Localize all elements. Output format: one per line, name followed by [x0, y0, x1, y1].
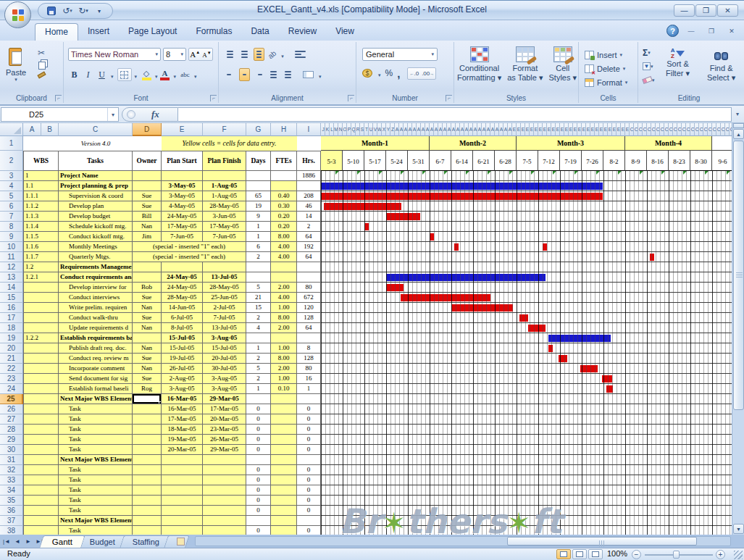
- cell-ft-18[interactable]: 2.00: [271, 323, 297, 333]
- cell-fn-28[interactable]: 23-Mar-05: [203, 425, 246, 435]
- cell-owner-35[interactable]: [133, 496, 162, 506]
- comma-style-button[interactable]: ,: [397, 67, 400, 80]
- cell-hr-18[interactable]: 64: [297, 323, 321, 333]
- select-all-corner[interactable]: [0, 123, 23, 136]
- row-header-16[interactable]: 16: [0, 303, 23, 313]
- cell-dy-15[interactable]: 21: [246, 293, 271, 303]
- gantt-row-21[interactable]: [321, 354, 732, 364]
- insert-worksheet-tab[interactable]: [164, 535, 190, 548]
- formula-bar-expand-icon[interactable]: ▾: [732, 109, 743, 120]
- cell-st-30[interactable]: 20-Mar-05: [162, 445, 203, 455]
- cell-task-35[interactable]: Task: [59, 496, 133, 506]
- cell-hr-27[interactable]: 0: [297, 414, 321, 425]
- cell-task-6[interactable]: Develop plan: [59, 201, 133, 212]
- grow-font-button[interactable]: A▲: [190, 50, 200, 59]
- cell-st-34[interactable]: [162, 485, 203, 496]
- tab-view[interactable]: View: [326, 23, 364, 41]
- cell-dy-32[interactable]: 0: [246, 465, 271, 475]
- gantt-row-32[interactable]: [321, 465, 732, 475]
- name-box-dropdown-icon[interactable]: ▾: [107, 108, 118, 121]
- cell-ft-28[interactable]: [271, 425, 297, 435]
- cell-task-32[interactable]: Task: [59, 465, 133, 475]
- cell-dy-6[interactable]: 19: [246, 201, 271, 212]
- cell-dy-25[interactable]: [246, 394, 271, 404]
- cell-wbs-11[interactable]: 1.1.7: [23, 252, 59, 262]
- cell-owner-8[interactable]: Nan: [133, 222, 162, 232]
- cell-st-35[interactable]: [162, 496, 203, 506]
- align-bottom-icon[interactable]: [254, 48, 264, 61]
- cell-st-36[interactable]: [162, 506, 203, 516]
- cell-owner-28[interactable]: [133, 425, 162, 435]
- cell-ft-35[interactable]: [271, 496, 297, 506]
- column-header-C[interactable]: C: [59, 123, 133, 136]
- cell-st-12[interactable]: [162, 262, 203, 272]
- cell-fn-15[interactable]: 25-Jun-05: [203, 293, 246, 303]
- cell-owner-5[interactable]: Sue: [133, 191, 162, 201]
- align-top-icon[interactable]: [225, 49, 235, 60]
- cell-owner-31[interactable]: [133, 455, 162, 465]
- cell-dy-12[interactable]: [246, 262, 271, 272]
- cell-wbs-17[interactable]: [23, 313, 59, 323]
- cell-hr-4[interactable]: [297, 181, 321, 191]
- cell-task-18[interactable]: Update requirements d: [59, 323, 133, 333]
- cell-st-6[interactable]: 4-May-05: [162, 201, 203, 212]
- row-header-25[interactable]: 25: [0, 394, 23, 404]
- cell-wbs-3[interactable]: 1: [23, 171, 59, 181]
- cell-dy-14[interactable]: 5: [246, 283, 271, 293]
- minimize-button[interactable]: —: [674, 4, 695, 17]
- cell-hr-9[interactable]: 64: [297, 232, 321, 242]
- cell-owner-20[interactable]: Nan: [133, 343, 162, 354]
- column-header-F[interactable]: F: [203, 123, 246, 136]
- cell-wbs-9[interactable]: 1.1.5: [23, 232, 59, 242]
- cell-owner-13[interactable]: [133, 272, 162, 283]
- cell-hr-13[interactable]: [297, 272, 321, 283]
- borders-button[interactable]: [117, 68, 132, 81]
- cell-ft-22[interactable]: 2.00: [271, 364, 297, 374]
- cell-st-5[interactable]: 3-May-05: [162, 191, 203, 201]
- cell-fn-6[interactable]: 28-May-05: [203, 201, 246, 212]
- cell-wbs-23[interactable]: [23, 374, 59, 384]
- number-dialog-launcher[interactable]: ⌐: [446, 95, 452, 101]
- cell-task-15[interactable]: Conduct interviews: [59, 293, 133, 303]
- row-header-4[interactable]: 4: [0, 181, 23, 191]
- cell-owner-17[interactable]: Sue: [133, 313, 162, 323]
- cell-st-17[interactable]: 6-Jul-05: [162, 313, 203, 323]
- cell-wbs-10[interactable]: 1.1.6: [23, 242, 59, 252]
- cell-dy-27[interactable]: 0: [246, 414, 271, 425]
- number-format-select[interactable]: General▾: [362, 48, 438, 61]
- cell-wbs-12[interactable]: 1.2: [23, 262, 59, 272]
- cell-dy-4[interactable]: [246, 181, 271, 191]
- cell-owner-26[interactable]: [133, 404, 162, 414]
- horizontal-scrollbar-thumb[interactable]: [507, 537, 697, 546]
- cell-st-20[interactable]: 15-Jul-05: [162, 343, 203, 354]
- row-header-2[interactable]: 2: [0, 151, 23, 171]
- row-header-19[interactable]: 19: [0, 333, 23, 343]
- cell-st-21[interactable]: 19-Jul-05: [162, 354, 203, 364]
- cell-hr-26[interactable]: 0: [297, 404, 321, 414]
- phonetic-button[interactable]: abc: [179, 68, 191, 81]
- cell-fn-32[interactable]: [203, 465, 246, 475]
- cell-task-5[interactable]: Supervision & coord: [59, 191, 133, 201]
- cell-dy-19[interactable]: [246, 333, 271, 343]
- vertical-scrollbar[interactable]: ▲ ▼: [732, 123, 744, 535]
- cell-owner-34[interactable]: [133, 485, 162, 496]
- row-header-12[interactable]: 12: [0, 262, 23, 272]
- cell-ft-36[interactable]: [271, 506, 297, 516]
- gantt-row-37[interactable]: [321, 516, 732, 526]
- gantt-row-22[interactable]: [321, 364, 732, 374]
- percent-style-button[interactable]: %: [385, 68, 393, 78]
- font-family-select[interactable]: Times New Roman▾: [68, 48, 161, 61]
- fill-button[interactable]: ▼▾: [643, 60, 655, 72]
- cell-task-14[interactable]: Develop interview for: [59, 283, 133, 293]
- tab-home[interactable]: Home: [35, 23, 78, 41]
- cell-owner-23[interactable]: Sue: [133, 374, 162, 384]
- cell-dy-28[interactable]: 0: [246, 425, 271, 435]
- cell-hr-7[interactable]: 14: [297, 212, 321, 222]
- gantt-row-33[interactable]: [321, 475, 732, 485]
- help-icon[interactable]: ?: [666, 25, 679, 37]
- cell-owner-15[interactable]: Sue: [133, 293, 162, 303]
- row-header-18[interactable]: 18: [0, 323, 23, 333]
- column-header-B[interactable]: B: [41, 123, 59, 136]
- gantt-row-30[interactable]: [321, 445, 732, 455]
- cell-task-21[interactable]: Conduct req. review m: [59, 354, 133, 364]
